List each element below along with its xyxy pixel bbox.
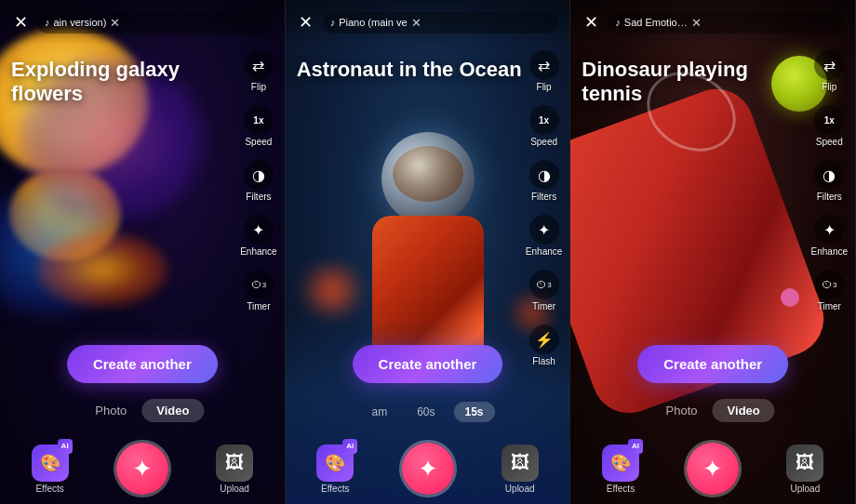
flip-button-1[interactable]: ⇄ Flip xyxy=(240,46,277,96)
flip-label-3: Flip xyxy=(822,82,836,92)
duration-tab-15s[interactable]: 15s xyxy=(454,402,495,422)
create-another-button-3[interactable]: Create another xyxy=(637,345,788,383)
enhance-button-2[interactable]: ✦ Enhance xyxy=(522,211,566,260)
flash-icon-2: ⚡ xyxy=(529,325,559,354)
capture-button-2[interactable]: ✦ xyxy=(402,443,454,495)
bottom-toolbar-1: 🎨 AI Effects ✦ Upload xyxy=(0,443,285,495)
upload-button-2[interactable]: Upload xyxy=(502,444,539,494)
panel-astronaut: ✕ ♪ Piano (main ve ✕ Astronaut in the Oc… xyxy=(286,0,571,504)
create-another-button-2[interactable]: Create another xyxy=(353,345,503,383)
upload-label-text-3: Upload xyxy=(791,484,821,494)
top-bar-2: ✕ ♪ Piano (main ve ✕ xyxy=(286,0,570,45)
flash-button-2[interactable]: ⚡ Flash xyxy=(526,321,563,370)
timer-label-3: Timer xyxy=(818,301,841,312)
ai-badge-2: AI xyxy=(342,439,357,454)
capture-button-3[interactable]: ✦ xyxy=(687,443,739,495)
timer-button-1[interactable]: ⏲3 Timer xyxy=(240,266,277,315)
speed-button-3[interactable]: 1x Speed xyxy=(810,101,848,151)
speed-label-1: Speed xyxy=(245,137,272,147)
music-note-icon-2: ♪ xyxy=(330,17,336,28)
flip-icon-3: ⇄ xyxy=(814,50,844,80)
speed-icon-1: 1x xyxy=(244,105,274,135)
ai-badge-1: AI xyxy=(58,439,73,454)
filters-label-2: Filters xyxy=(531,192,556,202)
upload-icon-1 xyxy=(216,444,253,482)
filters-button-1[interactable]: ◑ Filters xyxy=(240,156,277,206)
upload-label-text-2: Upload xyxy=(505,484,535,494)
panel-galaxy: ✕ ♪ ain version) ✕ Exploding galaxy flow… xyxy=(0,0,286,504)
effects-button-1[interactable]: 🎨 AI Effects xyxy=(32,444,69,494)
timer-button-2[interactable]: ⏲3 Timer xyxy=(526,266,563,315)
enhance-label-1: Enhance xyxy=(240,246,276,257)
flip-button-2[interactable]: ⇄ Flip xyxy=(526,46,563,96)
music-close-1[interactable]: ✕ xyxy=(110,16,120,30)
top-bar-1: ✕ ♪ ain version) ✕ xyxy=(0,0,285,45)
music-close-3[interactable]: ✕ xyxy=(691,16,702,30)
enhance-icon-3: ✦ xyxy=(814,215,844,245)
music-info-2[interactable]: ♪ Piano (main ve ✕ xyxy=(323,12,559,33)
effects-button-3[interactable]: 🎨 AI Effects xyxy=(602,444,639,494)
bottom-toolbar-2: 🎨 AI Effects ✦ Upload xyxy=(286,443,570,495)
speed-button-1[interactable]: 1x Speed xyxy=(240,101,277,151)
ai-badge-3: AI xyxy=(628,439,643,454)
filters-icon-2: ◑ xyxy=(529,160,559,190)
close-button-2[interactable]: ✕ xyxy=(293,9,319,35)
flash-label-2: Flash xyxy=(532,356,555,366)
filters-icon-3: ◑ xyxy=(814,160,844,190)
music-note-icon-3: ♪ xyxy=(615,17,621,28)
timer-icon-1: ⏲3 xyxy=(244,270,274,299)
capture-star-icon-3: ✦ xyxy=(702,455,723,484)
bottom-toolbar-3: 🎨 AI Effects ✦ Upload xyxy=(570,443,855,495)
effects-label-text-2: Effects xyxy=(321,484,349,494)
filters-button-3[interactable]: ◑ Filters xyxy=(810,156,848,206)
music-info-3[interactable]: ♪ Sad Emotio… ✕ xyxy=(608,12,844,33)
flip-button-3[interactable]: ⇄ Flip xyxy=(810,46,848,96)
music-info-1[interactable]: ♪ ain version) ✕ xyxy=(37,12,274,33)
enhance-button-1[interactable]: ✦ Enhance xyxy=(236,211,280,260)
color-splat-1 xyxy=(295,262,369,318)
right-toolbar-3: ⇄ Flip 1x Speed ◑ Filters ✦ Enhance ⏲3 T… xyxy=(808,46,851,321)
video-tab-1[interactable]: Video xyxy=(141,399,204,422)
speed-label-3: Speed xyxy=(816,137,843,147)
upload-label-1: Upload xyxy=(220,484,249,494)
astronaut-helmet xyxy=(381,132,475,225)
timer-label-2: Timer xyxy=(532,301,555,312)
right-toolbar-2: ⇄ Flip 1x Speed ◑ Filters ✦ Enhance ⏲3 T… xyxy=(522,46,566,376)
speed-button-2[interactable]: 1x Speed xyxy=(526,101,563,151)
photo-tab-3[interactable]: Photo xyxy=(651,399,713,422)
timer-button-3[interactable]: ⏲3 Timer xyxy=(810,266,848,315)
flip-label-1: Flip xyxy=(251,82,266,92)
color-splatter xyxy=(37,232,167,307)
filters-label-1: Filters xyxy=(246,192,271,202)
photo-tab-1[interactable]: Photo xyxy=(80,399,141,422)
media-tabs-3: Photo Video xyxy=(651,399,775,422)
effects-label-text-3: Effects xyxy=(607,484,635,494)
music-title-3: Sad Emotio… xyxy=(624,17,688,28)
duration-tab-60s[interactable]: 60s xyxy=(406,402,446,422)
enhance-button-3[interactable]: ✦ Enhance xyxy=(808,211,851,260)
duration-tabs-2: am 60s 15s xyxy=(360,402,494,422)
close-button-1[interactable]: ✕ xyxy=(7,9,33,35)
create-another-button-1[interactable]: Create another xyxy=(67,345,218,383)
speed-icon-2: 1x xyxy=(529,105,559,135)
video-tab-3[interactable]: Video xyxy=(713,399,775,422)
enhance-icon-2: ✦ xyxy=(529,215,559,245)
upload-button-3[interactable]: Upload xyxy=(786,444,823,494)
music-title-1: ain version) xyxy=(54,17,107,28)
enhance-label-2: Enhance xyxy=(526,246,562,257)
music-title-2: Piano (main ve xyxy=(339,17,407,28)
capture-star-icon-1: ✦ xyxy=(132,455,153,484)
music-close-2[interactable]: ✕ xyxy=(411,16,421,30)
capture-button-1[interactable]: ✦ xyxy=(116,443,168,495)
effects-button-2[interactable]: 🎨 AI Effects xyxy=(316,444,354,494)
filters-button-2[interactable]: ◑ Filters xyxy=(526,156,563,206)
music-note-icon-1: ♪ xyxy=(45,17,50,28)
duration-tab-am[interactable]: am xyxy=(360,402,398,422)
close-button-3[interactable]: ✕ xyxy=(578,9,604,35)
filters-icon-1: ◑ xyxy=(244,160,274,190)
timer-icon-2: ⏲3 xyxy=(529,270,559,299)
panel-dinosaur: ✕ ♪ Sad Emotio… ✕ Dinosaur playing tenni… xyxy=(570,0,856,504)
flip-icon-1: ⇄ xyxy=(244,50,274,80)
upload-button-1[interactable]: Upload xyxy=(216,444,253,494)
right-toolbar-1: ⇄ Flip 1x Speed ◑ Filters ✦ Enhance ⏲3 T… xyxy=(236,46,280,321)
